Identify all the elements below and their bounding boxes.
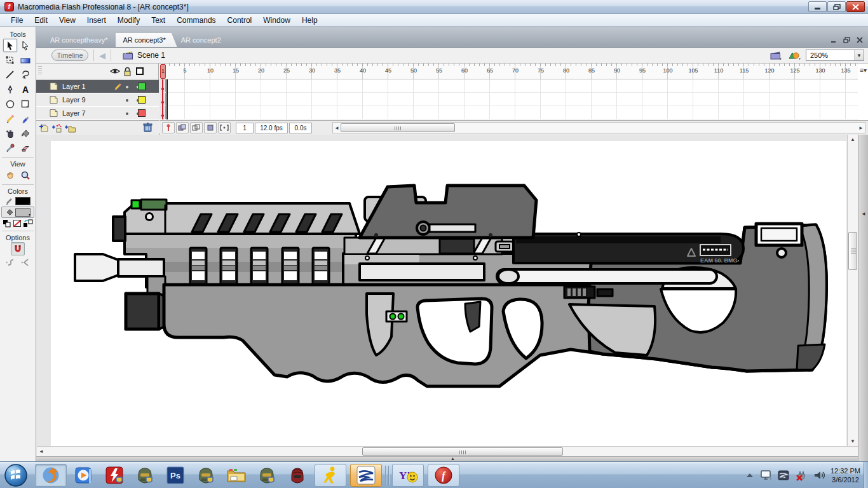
- line-tool-icon[interactable]: [3, 68, 17, 81]
- onion-skin-icon[interactable]: [176, 122, 189, 133]
- stroke-color-swatch[interactable]: ▾: [15, 197, 31, 205]
- taskbar-wmp-button[interactable]: [73, 464, 95, 487]
- layer-color-swatch[interactable]: [138, 83, 146, 90]
- outline-layers-icon[interactable]: [135, 67, 144, 76]
- selection-tool-icon[interactable]: [3, 39, 17, 52]
- insert-layer-folder-icon[interactable]: [64, 123, 76, 133]
- add-motion-guide-icon[interactable]: [51, 123, 62, 133]
- oval-tool-icon[interactable]: [3, 97, 17, 111]
- smooth-option-icon[interactable]: [3, 255, 17, 269]
- eraser-tool-icon[interactable]: [18, 141, 32, 154]
- layer-row-9[interactable]: Layer 9: [36, 93, 159, 107]
- taskbar-halo-helmet-button[interactable]: [287, 464, 308, 487]
- xfire-tray-icon[interactable]: [778, 470, 789, 480]
- lock-layers-icon[interactable]: [123, 67, 132, 76]
- menu-file[interactable]: File: [5, 15, 29, 26]
- taskbar-firefox-button[interactable]: [35, 464, 67, 487]
- gradient-transform-tool-icon[interactable]: [18, 53, 32, 67]
- menu-help[interactable]: Help: [296, 15, 323, 26]
- taskbar-explorer-button[interactable]: [226, 464, 247, 487]
- stage[interactable]: EAM 50. BMG: [51, 141, 846, 446]
- close-button[interactable]: [846, 1, 865, 12]
- no-color-icon[interactable]: [13, 219, 22, 227]
- menu-control[interactable]: Control: [222, 15, 258, 26]
- tray-clock[interactable]: 12:32 PM 3/6/2012: [831, 466, 863, 484]
- canvas-vscrollbar-thumb[interactable]: [848, 232, 857, 270]
- zoom-tool-icon[interactable]: [18, 168, 32, 182]
- hidden-icons-arrow[interactable]: [746, 473, 754, 478]
- taskbar-halo3-button[interactable]: [256, 464, 278, 487]
- scroll-left-icon[interactable]: ◄: [334, 125, 339, 131]
- back-arrow-icon[interactable]: ◀: [99, 51, 105, 60]
- menu-modify[interactable]: Modify: [112, 15, 146, 26]
- default-colors-icon[interactable]: [3, 219, 11, 227]
- elapsed-time-value[interactable]: 0.0s: [289, 123, 312, 133]
- frame-view-options-icon[interactable]: ≡▾: [860, 67, 867, 74]
- power-error-icon[interactable]: [795, 470, 808, 481]
- modify-onion-markers-icon[interactable]: [218, 122, 231, 133]
- zoom-dropdown-icon[interactable]: ▼: [854, 50, 864, 60]
- expand-panel-left-icon[interactable]: ◄: [861, 211, 866, 217]
- minimize-button[interactable]: [808, 1, 827, 12]
- scroll-left-icon[interactable]: ◄: [39, 449, 44, 454]
- menu-view[interactable]: View: [53, 15, 81, 26]
- layer-color-swatch[interactable]: [138, 96, 146, 104]
- taskbar-photoshop-button[interactable]: Ps: [165, 464, 186, 487]
- layer-row-1[interactable]: Layer 1: [36, 80, 159, 93]
- free-transform-tool-icon[interactable]: [3, 53, 17, 67]
- timeline-ruler[interactable]: 5101520253035404550556065707580859095100…: [159, 64, 858, 79]
- show-hide-layers-icon[interactable]: [110, 67, 120, 76]
- taskbar-halo2-button[interactable]: [195, 464, 217, 487]
- insert-layer-icon[interactable]: [39, 123, 50, 133]
- tab-ar-concept3[interactable]: AR concept3*: [116, 33, 177, 47]
- start-button[interactable]: [4, 463, 28, 487]
- show-desktop-button[interactable]: [864, 462, 868, 488]
- edit-multiple-frames-icon[interactable]: [204, 122, 217, 133]
- ink-bottle-tool-icon[interactable]: [3, 126, 17, 140]
- paint-bucket-tool-icon[interactable]: [18, 126, 32, 140]
- eyedropper-tool-icon[interactable]: [3, 141, 17, 154]
- document-restore-icon[interactable]: [843, 37, 850, 43]
- subselection-tool-icon[interactable]: [18, 39, 32, 52]
- canvas-vscrollbar[interactable]: ▲ ▼: [847, 135, 858, 446]
- menu-edit[interactable]: Edit: [29, 15, 53, 26]
- zoom-level-combo[interactable]: 250% ▼: [806, 50, 864, 61]
- layer-row-7[interactable]: Layer 7: [36, 107, 159, 120]
- timeline-panel-button[interactable]: Timeline: [51, 50, 88, 61]
- tab-ar-concept2[interactable]: AR concept2: [173, 33, 233, 47]
- straighten-option-icon[interactable]: [18, 255, 32, 269]
- menu-window[interactable]: Window: [257, 15, 296, 26]
- frame-rate-value[interactable]: 12.0 fps: [255, 123, 288, 133]
- scene-label[interactable]: Scene 1: [137, 51, 165, 60]
- menu-insert[interactable]: Insert: [81, 15, 112, 26]
- document-close-icon[interactable]: [857, 37, 863, 43]
- fill-color-swatch[interactable]: ▾: [15, 208, 31, 217]
- timeline-scrollbar[interactable]: ◄ ►: [332, 122, 865, 133]
- playhead[interactable]: 1: [160, 64, 166, 79]
- timeline-scrollbar-thumb[interactable]: [341, 123, 455, 132]
- swap-colors-icon[interactable]: [23, 219, 33, 227]
- delete-layer-trash-icon[interactable]: [143, 122, 153, 133]
- edit-symbols-icon[interactable]: [788, 50, 802, 61]
- scroll-right-icon[interactable]: ►: [858, 125, 864, 131]
- canvas-hscrollbar[interactable]: ◄: [37, 446, 858, 456]
- expand-panel-up-icon[interactable]: ▲: [451, 456, 455, 461]
- edit-scene-icon[interactable]: [770, 50, 784, 61]
- taskbar-flashplayer-button[interactable]: f: [428, 464, 459, 487]
- taskbar-xfire-button[interactable]: [350, 464, 382, 487]
- taskbar-yahoo-button[interactable]: Y!: [392, 464, 424, 487]
- lasso-tool-icon[interactable]: [18, 68, 32, 81]
- rectangle-tool-icon[interactable]: [18, 97, 32, 111]
- brush-tool-icon[interactable]: [18, 112, 32, 125]
- layer-color-swatch[interactable]: [138, 109, 146, 117]
- canvas-hscrollbar-thumb[interactable]: [362, 447, 563, 456]
- text-tool-icon[interactable]: A: [18, 83, 32, 96]
- collapsed-panels-strip-right[interactable]: ◄: [858, 135, 868, 461]
- volume-icon[interactable]: [813, 470, 825, 480]
- network-icon[interactable]: [759, 470, 772, 481]
- taskbar-halo1-button[interactable]: [134, 464, 156, 487]
- menu-commands[interactable]: Commands: [171, 15, 221, 26]
- scroll-up-icon[interactable]: ▲: [850, 137, 855, 142]
- restore-button[interactable]: [827, 1, 846, 12]
- collapsed-panels-strip-bottom[interactable]: ▲: [36, 456, 858, 461]
